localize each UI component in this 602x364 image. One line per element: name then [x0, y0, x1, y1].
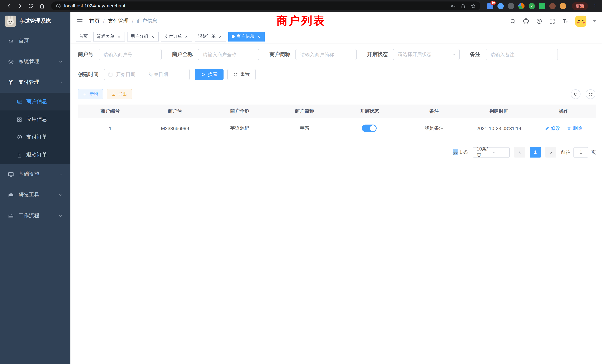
short-name-input[interactable]	[295, 49, 357, 60]
chevron-down-icon	[452, 52, 456, 57]
share-icon[interactable]	[460, 3, 466, 9]
status-toggle[interactable]	[362, 125, 377, 132]
sidebar-item-merchant-info[interactable]: 商户信息	[0, 93, 70, 110]
col-header: 开启状态	[337, 105, 402, 118]
breadcrumb-payment[interactable]: 支付管理	[108, 18, 129, 24]
extension-icon[interactable]: ✓	[529, 3, 535, 9]
page-number-button[interactable]: 1	[530, 147, 541, 157]
fullscreen-icon[interactable]	[549, 18, 555, 24]
page-unit-label: 页	[591, 149, 596, 156]
edit-button[interactable]: 修改	[545, 125, 560, 132]
tab-refund-orders[interactable]: 退款订单 ×	[195, 32, 226, 41]
full-name-input[interactable]	[198, 49, 259, 60]
sidebar-item-home[interactable]: 首页	[0, 30, 70, 51]
tab-label: 首页	[79, 33, 88, 40]
app-window: 芋道管理系统 首页 系统管理 ¥ 支付管理	[0, 12, 602, 364]
tab-label: 商户信息	[236, 33, 254, 40]
toolbox-icon	[7, 213, 14, 219]
caret-down-icon[interactable]	[593, 20, 596, 23]
filter-row-1: 商户号 商户全称 商户简称 开启状态 请选择开启状态	[78, 49, 596, 60]
right-tools	[571, 89, 596, 99]
tab-merchant-info[interactable]: 商户信息 ×	[228, 32, 265, 41]
field-label: 商户全称	[172, 51, 193, 58]
col-header: 备注	[402, 105, 467, 118]
extension-icon[interactable]	[518, 3, 525, 9]
browser-toolbar: localhost:1024/pay/merchant 10 ✓ 更新 ⋮	[0, 0, 602, 12]
sidebar-item-payment[interactable]: ¥ 支付管理	[0, 72, 70, 93]
browser-back-button[interactable]	[4, 1, 13, 11]
reset-button[interactable]: 重置	[227, 69, 256, 80]
extension-icon[interactable]	[508, 3, 514, 9]
export-button[interactable]: 导出	[107, 89, 132, 99]
github-icon[interactable]	[523, 18, 529, 24]
app-logo[interactable]: 芋道管理系统	[0, 12, 70, 30]
search-button[interactable]: 搜索	[195, 69, 224, 80]
sidebar-item-refund-orders[interactable]: 退款订单	[0, 146, 70, 164]
refresh-icon[interactable]	[586, 89, 595, 99]
browser-home-button[interactable]	[37, 1, 47, 11]
tab-home[interactable]: 首页	[76, 32, 91, 41]
sidebar-item-payment-orders[interactable]: 支付订单	[0, 128, 70, 146]
close-icon[interactable]: ×	[150, 34, 155, 39]
button-label: 新增	[89, 91, 98, 97]
bookmark-star-icon[interactable]	[470, 3, 476, 9]
add-button[interactable]: 新增	[78, 89, 103, 99]
cell-full-name: 芋道源码	[207, 118, 272, 139]
search-icon[interactable]	[510, 18, 516, 24]
tab-payment-orders[interactable]: 支付订单 ×	[161, 32, 192, 41]
browser-reload-button[interactable]	[26, 1, 36, 11]
sidebar-item-label: 支付管理	[19, 79, 39, 86]
tab-user-group[interactable]: 用户分组 ×	[127, 32, 159, 41]
breadcrumb-home[interactable]: 首页	[89, 18, 100, 24]
extension-icon[interactable]	[560, 3, 566, 9]
extension-icon[interactable]	[539, 3, 545, 9]
field-label: 备注	[470, 51, 480, 58]
sidebar-item-app-info[interactable]: 应用信息	[0, 110, 70, 128]
extension-icon[interactable]: 10	[487, 3, 493, 9]
sidebar-item-label: 研发工具	[19, 192, 39, 198]
date-range-picker[interactable]: 开始日期 - 结束日期	[104, 69, 190, 80]
status-select[interactable]: 请选择开启状态	[393, 49, 460, 60]
toggle-search-icon[interactable]	[571, 89, 580, 99]
hamburger-icon[interactable]	[76, 18, 83, 25]
sidebar-item-workflow[interactable]: 工作流程	[0, 205, 70, 226]
tab-label: 支付订单	[164, 33, 182, 40]
goto-label: 前往	[561, 149, 570, 156]
main-area: 首页 / 支付管理 / 商户信息	[70, 12, 602, 364]
button-label: 修改	[551, 125, 560, 132]
cell-actions: 修改 删除	[531, 118, 596, 139]
extension-icon[interactable]	[497, 3, 504, 9]
question-icon[interactable]	[536, 18, 542, 24]
delete-button[interactable]: 删除	[567, 125, 582, 132]
extension-icon[interactable]	[549, 3, 556, 9]
sidebar-item-label: 系统管理	[19, 58, 39, 65]
kebab-menu-icon[interactable]: ⋮	[592, 3, 598, 9]
goto-page-input[interactable]	[573, 147, 588, 157]
close-icon[interactable]: ×	[184, 34, 189, 39]
browser-forward-button[interactable]	[15, 1, 24, 11]
filter-create-time: 创建时间 开始日期 - 结束日期	[78, 69, 190, 80]
key-icon[interactable]	[450, 3, 456, 9]
tab-label: 退款订单	[198, 33, 216, 40]
sidebar-item-dev-tools[interactable]: 研发工具	[0, 185, 70, 205]
info-icon[interactable]	[56, 3, 61, 9]
sidebar-item-system[interactable]: 系统管理	[0, 51, 70, 72]
url-text[interactable]: localhost:1024/pay/merchant	[64, 3, 125, 9]
prev-page-button[interactable]	[514, 147, 525, 157]
close-icon[interactable]: ×	[116, 34, 122, 39]
font-size-icon[interactable]	[562, 18, 569, 24]
browser-update-button[interactable]: 更新	[572, 2, 588, 10]
sidebar-item-infrastructure[interactable]: 基础设施	[0, 164, 70, 185]
remark-input[interactable]	[486, 49, 558, 60]
next-page-button[interactable]	[545, 147, 556, 157]
close-icon[interactable]: ×	[218, 34, 223, 39]
merchant-no-input[interactable]	[99, 49, 162, 60]
breadcrumb-current: 商户信息	[137, 18, 158, 24]
address-bar[interactable]: localhost:1024/pay/merchant	[51, 1, 480, 10]
tab-process-form[interactable]: 流程表单 ×	[93, 32, 125, 41]
page-size-select[interactable]: 10条/页	[473, 147, 510, 157]
avatar[interactable]	[575, 16, 586, 27]
close-icon[interactable]: ×	[256, 34, 261, 39]
sidebar-item-label: 支付订单	[26, 134, 47, 140]
pagination: 共 1 条 10条/页 1 前往 页	[78, 147, 596, 157]
